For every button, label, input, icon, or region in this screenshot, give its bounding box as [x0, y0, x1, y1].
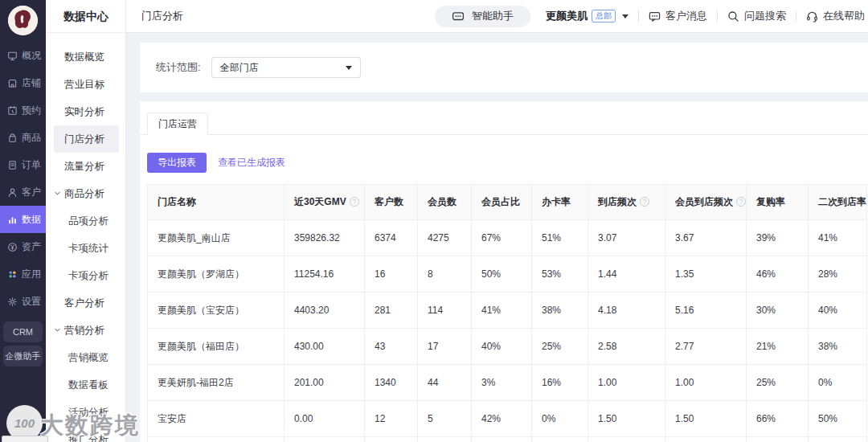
submenu-item-product-analysis[interactable]: 商品分析 [54, 180, 119, 207]
submenu-item-customer-analysis[interactable]: 客户分析 [54, 289, 119, 317]
table-row: 更美妍肌-福田2店201.001340443%16%1.001.0025%0% [148, 365, 867, 401]
submenu-item-activity-analysis[interactable]: 活动分析 [54, 399, 119, 426]
table-cell: 67% [472, 220, 532, 256]
toolbar: 导出报表 查看已生成报表 [147, 153, 868, 173]
question-search-button[interactable]: 问题搜索 [727, 9, 786, 23]
info-icon[interactable]: ? [350, 197, 359, 207]
info-icon[interactable]: ? [640, 197, 649, 207]
filter-card: 统计范围: 全部门店 [140, 43, 868, 92]
column-label: 二次到店率 [818, 196, 866, 207]
sidebar-item-label: 概况 [22, 49, 41, 63]
table-row: 更颜美肌_南山店359826.326374427567%51%3.073.673… [148, 220, 867, 256]
sidebar-item-order[interactable]: 订单 [0, 151, 46, 178]
overview-icon [7, 51, 18, 61]
submenu-item-label: 客户分析 [64, 297, 104, 309]
sidebar-item-shop[interactable]: 店铺 [0, 69, 46, 96]
sidebar-item-product[interactable]: 商品 [0, 124, 46, 151]
table-body: 更颜美肌_南山店359826.326374427567%51%3.073.673… [148, 220, 867, 442]
crm-button[interactable]: CRM [3, 321, 43, 342]
table-cell [588, 437, 665, 442]
table-cell: 更颜美肌（福田店） [148, 329, 285, 365]
sidebar-menu: 数据概览营业目标实时分析门店分析流量分析商品分析品项分析卡项统计卡项分析客户分析… [46, 33, 125, 442]
store-metrics-table: 门店名称近30天GMV?客户数会员数会员占比办卡率到店频次?会员到店频次?复购率… [147, 184, 867, 442]
table-row: 更颜美肌（罗湖店）11254.1616850%53%1.441.3546%28% [148, 256, 867, 293]
submenu-item-label: 商品分析 [64, 188, 104, 199]
export-report-button[interactable]: 导出报表 [147, 153, 207, 173]
table-cell: 3.07 [588, 220, 665, 256]
sidebar-item-apps[interactable]: 应用 [0, 260, 46, 288]
submenu-item-promotion-analysis[interactable]: 推广分析 [54, 426, 119, 442]
table-cell: 43 [365, 329, 418, 365]
table-cell: 1340 [365, 365, 418, 401]
tab-bar: 门店运营 [140, 101, 868, 135]
chevron-down-icon [346, 66, 352, 70]
table-cell: 16% [532, 365, 588, 401]
table-cell: 5.16 [665, 293, 747, 329]
sidebar-item-settings[interactable]: 设置 [0, 288, 46, 315]
column-label: 会员占比 [481, 196, 520, 207]
table-cell: 39% [747, 220, 809, 256]
table-cell: 430.00 [285, 329, 365, 365]
submenu-item-data-overview[interactable]: 数据概览 [54, 43, 119, 71]
column-label: 会员到店频次 [675, 196, 733, 207]
submenu-item-card-statistics[interactable]: 卡项统计 [54, 235, 119, 262]
wecom-assistant-button[interactable]: 企微助手 [3, 346, 43, 366]
rail-nav: 概况店铺预约商品订单客户数据资产应用设置 [0, 39, 46, 315]
tab-store-operation[interactable]: 门店运营 [147, 113, 208, 135]
submenu-item-realtime-analysis[interactable]: 实时分析 [54, 98, 119, 125]
submenu-item-marketing-overview[interactable]: 营销概览 [54, 344, 119, 371]
table-cell: 更颜美肌（罗湖店） [148, 256, 285, 293]
sidebar-item-label: 预约 [22, 104, 41, 117]
column-label: 办卡率 [542, 196, 571, 207]
column-label: 近30天GMV [294, 196, 346, 207]
sidebar-item-customer[interactable]: 客户 [0, 178, 46, 206]
table-cell: 16 [365, 256, 418, 293]
table-cell: 53% [532, 256, 588, 293]
column-header: 近30天GMV? [285, 185, 365, 220]
account-dropdown[interactable]: 更颜美肌 总部 [546, 9, 628, 23]
submenu-item-data-board[interactable]: 数据看板 [54, 371, 119, 399]
submenu-item-traffic-analysis[interactable]: 流量分析 [54, 153, 119, 180]
customer-messages-button[interactable]: 客户消息 [649, 9, 707, 23]
submenu-item-label: 数据看板 [68, 379, 108, 391]
sidebar-item-asset[interactable]: 资产 [0, 233, 46, 260]
table-cell: 44 [418, 365, 472, 401]
submenu-item-marketing-analysis[interactable]: 营销分析 [54, 317, 119, 344]
breadcrumb: 门店分析 [141, 9, 183, 23]
submenu-item-store-analysis[interactable]: 门店分析 [54, 125, 119, 153]
online-help-button[interactable]: 在线帮助 [806, 9, 865, 23]
table-cell: 1.35 [665, 256, 747, 293]
chevron-down-icon [622, 14, 628, 18]
table-row: 宝安店0.0012542%0%1.501.5066%50% [148, 401, 867, 437]
submenu-item-item-analysis[interactable]: 品项分析 [54, 207, 119, 235]
action-label: 问题搜索 [744, 9, 786, 23]
submenu-item-label: 数据概览 [64, 51, 104, 63]
smart-assistant-toggle[interactable]: 智能助手 [435, 6, 530, 27]
robot-icon [452, 10, 465, 22]
scope-label: 统计范围: [156, 60, 201, 75]
column-label: 到店频次 [598, 196, 637, 207]
submenu-item-label: 推广分析 [68, 434, 108, 442]
table-cell: 41% [809, 220, 867, 256]
table-row: 更颜美肌（福田店）430.00431740%25%2.582.7721%38% [148, 329, 867, 365]
submenu-item-label: 营业目标 [64, 79, 104, 90]
submenu-item-business-target[interactable]: 营业目标 [54, 71, 119, 98]
store-scope-select[interactable]: 全部门店 [211, 57, 361, 78]
shop-icon [7, 78, 18, 88]
sidebar-item-data[interactable]: 数据 [0, 206, 46, 233]
submenu-item-card-analysis[interactable]: 卡项分析 [54, 262, 119, 289]
table-cell: 0.00 [285, 401, 365, 437]
sidebar-item-booking[interactable]: 预约 [0, 96, 46, 124]
divider [638, 10, 639, 22]
avatar[interactable] [8, 6, 38, 35]
bag-icon [7, 133, 18, 143]
table-cell: 更美妍肌-福田2店 [148, 365, 285, 401]
table-cell: 2.58 [588, 329, 665, 365]
table-cell: 2.77 [665, 329, 747, 365]
view-generated-reports-link[interactable]: 查看已生成报表 [218, 156, 285, 170]
sidebar-item-label: 资产 [22, 240, 41, 254]
table-cell: 更颜美肌_南山店 [148, 220, 285, 256]
info-icon[interactable]: ? [736, 197, 746, 207]
sidebar-item-overview[interactable]: 概况 [0, 42, 46, 69]
table-cell: 1.50 [665, 401, 747, 437]
